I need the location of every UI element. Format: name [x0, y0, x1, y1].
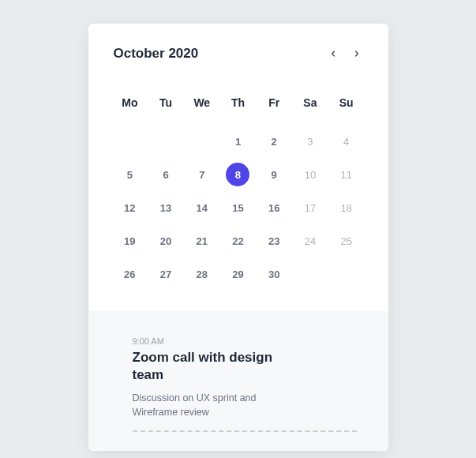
event-divider — [133, 430, 357, 432]
day-cell — [149, 130, 182, 153]
week-row: 12131415161718 — [114, 196, 363, 220]
day-cell[interactable]: 15 — [222, 196, 255, 220]
day-cell[interactable]: 22 — [222, 229, 255, 253]
day-cell[interactable]: 13 — [149, 196, 182, 220]
day-cell[interactable]: 17 — [294, 196, 327, 220]
event-description: Discussion on UX sprint and Wireframe re… — [133, 392, 298, 419]
day-cell[interactable]: 2 — [257, 130, 290, 153]
day-of-week-label: Su — [330, 96, 363, 109]
day-cell[interactable]: 3 — [294, 130, 327, 153]
day-cell[interactable]: 11 — [330, 163, 363, 186]
event-time: 9:00 AM — [133, 336, 357, 346]
day-cell[interactable]: 19 — [114, 229, 147, 253]
day-cell[interactable]: 29 — [222, 262, 255, 286]
month-nav — [328, 48, 363, 59]
week-row: 2627282930 — [114, 262, 363, 286]
week-row: 1234 — [114, 130, 363, 153]
day-cell[interactable]: 27 — [149, 262, 182, 286]
day-cell[interactable]: 20 — [149, 229, 182, 253]
day-cell[interactable]: 12 — [114, 196, 147, 220]
day-cell[interactable]: 14 — [186, 196, 219, 220]
day-cell[interactable]: 25 — [330, 229, 363, 253]
day-of-week-label: We — [186, 96, 219, 109]
chevron-left-icon — [328, 48, 338, 59]
month-year-title: October 2020 — [114, 46, 199, 62]
day-cell[interactable]: 10 — [294, 163, 327, 186]
day-cell[interactable]: 9 — [257, 163, 290, 186]
day-cell[interactable]: 28 — [186, 262, 219, 286]
week-row: 567891011 — [114, 163, 363, 186]
day-cell[interactable]: 4 — [330, 130, 363, 153]
week-row: 19202122232425 — [114, 229, 363, 253]
day-cell[interactable]: 23 — [257, 229, 290, 253]
day-cell — [330, 262, 363, 286]
day-cell — [114, 130, 147, 153]
day-of-week-label: Mo — [114, 96, 147, 109]
event-title: Zoom call with design team — [133, 349, 298, 384]
calendar-card: October 2020 MoTuWeThFrSaSu 123456789101… — [88, 24, 388, 451]
day-of-week-row: MoTuWeThFrSaSu — [114, 96, 363, 109]
day-cell[interactable]: 21 — [186, 229, 219, 253]
day-cell[interactable]: 30 — [257, 262, 290, 286]
next-month-button[interactable] — [352, 48, 362, 59]
events-panel: 9:00 AM Zoom call with design team Discu… — [88, 311, 388, 451]
day-of-week-label: Fr — [257, 96, 290, 109]
chevron-right-icon — [352, 48, 362, 59]
day-cell[interactable]: 1 — [222, 130, 255, 153]
day-cell[interactable]: 8 — [226, 163, 249, 186]
day-of-week-label: Tu — [149, 96, 182, 109]
day-cell[interactable]: 24 — [294, 229, 327, 253]
day-cell[interactable]: 16 — [257, 196, 290, 220]
day-of-week-label: Th — [222, 96, 255, 109]
day-cell[interactable]: 5 — [114, 163, 147, 186]
day-cell[interactable]: 7 — [186, 163, 219, 186]
day-of-week-label: Sa — [294, 96, 327, 109]
day-cell — [294, 262, 327, 286]
weeks-container: 1234567891011121314151617181920212223242… — [114, 130, 363, 286]
day-cell — [186, 130, 219, 153]
day-cell[interactable]: 26 — [114, 262, 147, 286]
day-cell[interactable]: 6 — [149, 163, 182, 186]
calendar-header: October 2020 — [88, 24, 388, 62]
prev-month-button[interactable] — [328, 48, 338, 59]
calendar-grid: MoTuWeThFrSaSu 1234567891011121314151617… — [88, 62, 388, 311]
day-cell[interactable]: 18 — [330, 196, 363, 220]
